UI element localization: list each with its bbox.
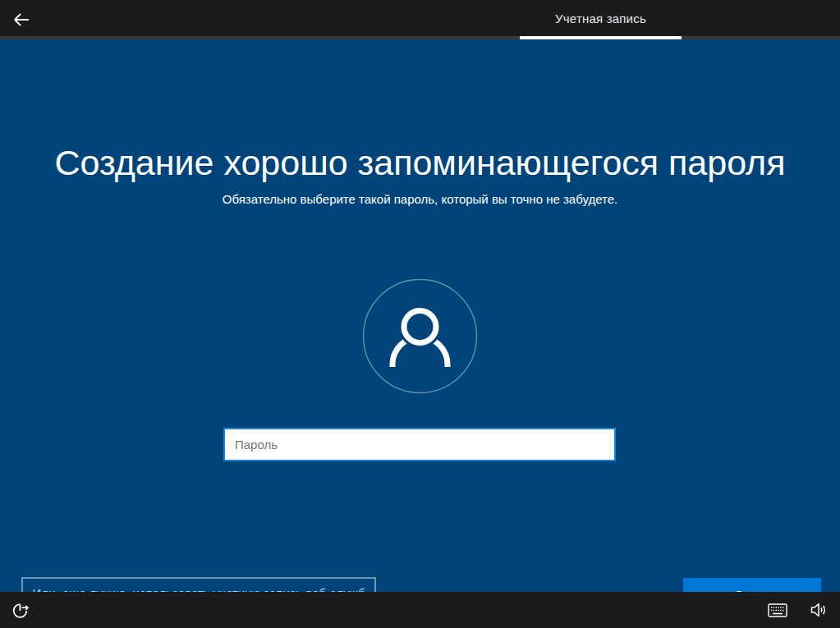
user-avatar-icon: [362, 278, 478, 394]
ease-of-access-button[interactable]: [10, 600, 31, 621]
arrow-left-icon: [11, 10, 31, 30]
keyboard-button[interactable]: [765, 600, 790, 620]
tab-account-label: Учетная запись: [555, 11, 646, 25]
page-subtitle: Обязательно выберите такой пароль, котор…: [0, 192, 840, 206]
bottom-bar: [0, 592, 840, 628]
keyboard-icon: [768, 603, 787, 617]
ease-of-access-icon: [11, 602, 30, 620]
volume-button[interactable]: [807, 599, 830, 621]
tab-account[interactable]: Учетная запись: [520, 0, 682, 39]
content-area: Создание хорошо запоминающегося пароля О…: [0, 39, 840, 592]
password-input[interactable]: [223, 428, 616, 461]
oobe-account-screen: Учетная запись Создание хорошо запоминаю…: [0, 0, 840, 628]
back-button[interactable]: [8, 7, 34, 33]
page-title: Создание хорошо запоминающегося пароля: [0, 143, 840, 183]
top-bar: Учетная запись: [0, 0, 840, 39]
volume-icon: [810, 602, 828, 618]
